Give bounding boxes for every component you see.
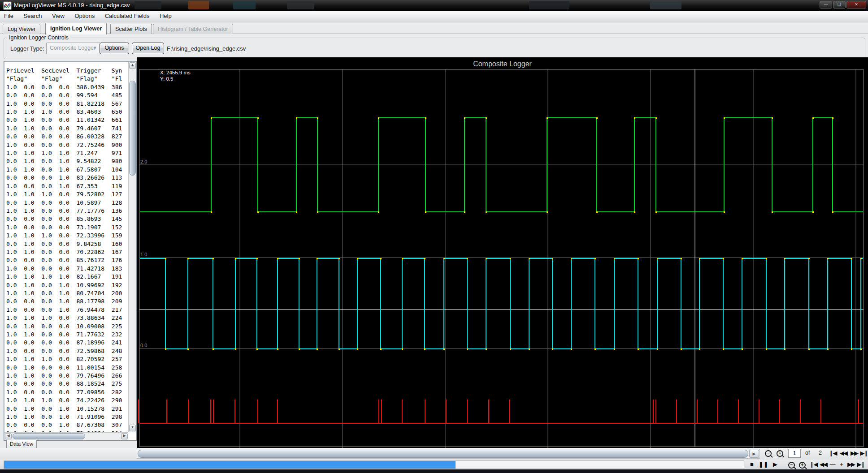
minimize-icon: — [824,2,828,7]
skip-start-icon: ❙◀ [810,461,817,468]
tab-data-view[interactable]: Data View [6,440,37,449]
title-bar: MegaLogViewer MS 4.0.19 - rising_edge.cs… [0,0,868,11]
step-forward-button[interactable]: ▶▶ [846,461,855,468]
zoom-out-glyph: − [767,451,770,456]
menu-calculated-fields[interactable]: Calculated Fields [101,11,154,21]
scroll-down-button[interactable]: ▼ [129,425,136,431]
close-icon: ✕ [855,2,858,7]
crosshair-x-readout: X: 2455.9 ms [160,70,191,75]
zoom-out-icon[interactable]: − [765,450,772,457]
fast-back-icon: ◀◀ [840,450,847,456]
menu-file[interactable]: File [0,11,17,21]
fast-forward-icon: ▶▶ [851,450,858,456]
menu-options[interactable]: Options [70,11,99,21]
playback-row: ■ ❚❚ ▶ − + ❙◀ ◀◀ — + ▶▶ ▶❙ [0,460,868,469]
arrow-right-icon: ▶ [753,452,756,456]
logger-type-value: Composite Logger [50,45,95,51]
open-log-button[interactable]: Open Log [132,43,164,54]
zoom-in-glyph: + [779,451,781,456]
maximize-icon: ❐ [838,2,841,7]
page-number-input[interactable]: 1 [788,449,801,458]
chart-scroll-row: ▶ − + 1 of 2 ❙◀ ◀◀ ▶▶ ▶❙ [0,448,868,460]
taskbar-sliver [0,469,868,473]
pager-total-label: 2 [819,450,822,456]
scroll-right-button[interactable]: ▶ [121,433,128,439]
tab-bar: Log Viewer Ignition Log Viewer Scatter P… [0,22,868,34]
play-button[interactable]: ▶ [770,461,780,468]
menu-bar: File Search View Options Calculated Fiel… [0,11,868,22]
go-first-button[interactable]: ❙◀ [809,461,818,468]
slower-button[interactable]: — [829,461,837,468]
options-button[interactable]: Options [100,43,129,54]
maximize-button[interactable]: ❐ [833,1,846,9]
data-table[interactable]: PriLevel SecLevel Trigger Syn "Flag" "Fl… [6,67,128,432]
prev-page-button[interactable]: ◀◀ [838,450,848,456]
group-title: Ignition Logger Controls [7,34,70,41]
window-title: MegaLogViewer MS 4.0.19 - rising_edge.cs… [14,2,130,9]
faster-button[interactable]: + [838,461,846,468]
first-page-button[interactable]: ❙◀ [828,450,838,456]
fast-back-icon: ◀◀ [820,461,827,468]
skip-end-icon: ▶❙ [857,461,865,468]
horizontal-scroll-thumb[interactable] [13,433,85,439]
fast-forward-icon: ▶▶ [847,461,855,468]
svg-text:1.0: 1.0 [140,252,147,257]
background-window-fragment [188,1,209,9]
vertical-scrollbar[interactable]: ▲ ▼ [128,62,136,432]
svg-text:2.0: 2.0 [140,159,147,164]
close-button[interactable]: ✕ [846,1,866,9]
playback-progress-bar[interactable] [4,460,744,469]
chevron-down-icon: ▼ [93,43,97,53]
chart-scroll-thumb[interactable] [138,450,748,458]
menu-help[interactable]: Help [156,11,176,21]
waveform-plot[interactable]: 2.01.00.0 [137,57,868,448]
chart-scroll-right-button[interactable]: ▶ [749,450,759,458]
menu-view[interactable]: View [48,11,69,21]
scroll-up-button[interactable]: ▲ [129,62,136,69]
stop-button[interactable]: ■ [747,461,757,468]
zoom-out-icon[interactable]: − [788,462,795,469]
plus-icon: + [840,461,843,468]
vertical-scroll-thumb[interactable] [129,81,136,176]
chart-horizontal-scrollbar[interactable]: ▶ [137,449,760,459]
tab-log-viewer[interactable]: Log Viewer [3,24,40,34]
composite-logger-chart[interactable]: 2.01.00.0 Composite Logger X: 2455.9 ms … [137,57,868,448]
tab-ignition-log-viewer[interactable]: Ignition Log Viewer [45,23,107,34]
play-icon: ▶ [773,461,777,468]
logger-type-label: Logger Type: [10,45,44,52]
pause-icon: ❚❚ [759,461,768,468]
zoom-in-glyph: + [801,462,804,467]
background-window-fragment [287,1,314,9]
minimize-button[interactable]: — [820,1,832,9]
horizontal-scrollbar[interactable]: ◀ ▶ [4,432,128,440]
skip-end-icon: ▶❙ [860,450,868,456]
next-page-button[interactable]: ▶▶ [849,450,859,456]
background-window-fragment [650,1,681,9]
scroll-left-button[interactable]: ◀ [5,433,12,439]
background-window-fragment [135,1,161,9]
svg-text:0.0: 0.0 [140,343,147,348]
zoom-out-glyph: − [790,462,793,467]
crosshair-y-readout: Y: 0.5 [160,76,173,82]
background-window-fragment [529,1,569,9]
chart-title: Composite Logger [137,60,868,68]
menu-search[interactable]: Search [19,11,46,21]
app-icon [3,1,12,10]
skip-start-icon: ❙◀ [829,450,837,456]
background-window-fragment [233,1,256,9]
pager-of-label: of [805,450,810,456]
go-last-button[interactable]: ▶❙ [856,461,865,468]
tab-histogram-table-generator: Histogram / Table Generator [153,24,233,34]
pause-button[interactable]: ❚❚ [759,461,768,468]
stop-icon: ■ [750,461,754,468]
zoom-in-icon[interactable]: + [799,462,806,469]
tab-scatter-plots[interactable]: Scatter Plots [110,24,152,34]
last-page-button[interactable]: ▶❙ [859,450,868,456]
log-file-path: F:\rising_edge\rising_edge.csv [167,45,246,52]
minus-icon: — [830,461,836,468]
data-table-panel: PriLevel SecLevel Trigger Syn "Flag" "Fl… [4,61,137,441]
zoom-in-icon[interactable]: + [777,450,783,457]
logger-type-combobox[interactable]: Composite Logger ▼ [46,43,100,54]
progress-fill [4,461,456,469]
step-back-button[interactable]: ◀◀ [819,461,828,468]
